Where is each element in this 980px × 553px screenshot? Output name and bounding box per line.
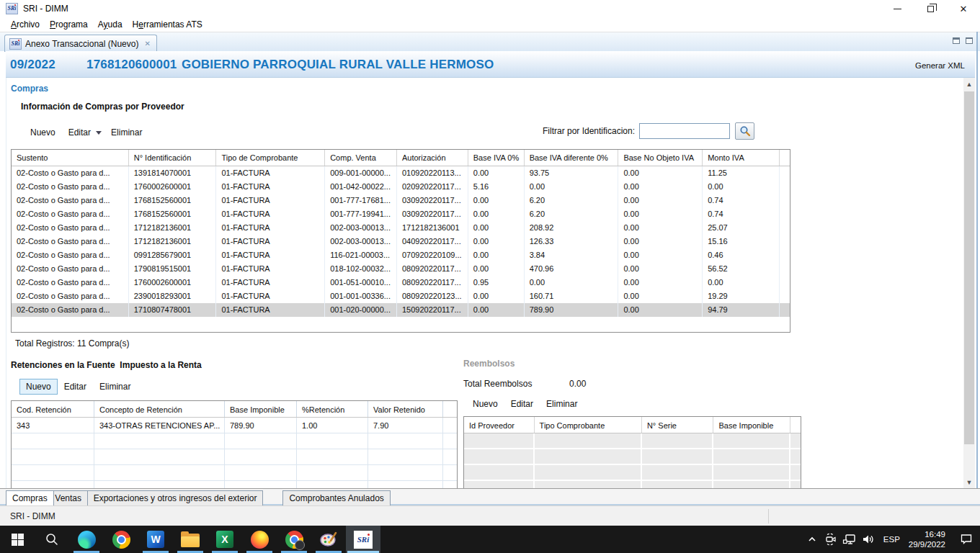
menu-archivo[interactable]: Archivo [6,18,45,31]
column-header[interactable]: Base Imponible [225,401,297,417]
table-row[interactable] [464,465,801,481]
minimize-button[interactable] [881,0,914,17]
minimize-view-icon[interactable] [953,37,960,44]
generar-xml-button[interactable]: Generar XML [915,61,965,70]
column-header[interactable]: Tipo Comprobante [535,417,642,433]
table-row[interactable]: 02-Costo o Gasto para d...17908195150010… [12,262,790,276]
retenciones-table-header: Cod. RetenciónConcepto de RetenciónBase … [12,401,457,418]
tray-chevron-up-icon[interactable] [803,526,821,553]
reembolsos-eliminar-button[interactable]: Eliminar [540,397,584,411]
taskbar-app-sri-dimm[interactable]: SRi [346,526,380,553]
restore-button[interactable] [914,0,947,17]
editar-dropdown-icon[interactable] [96,131,102,135]
column-header[interactable]: Cod. Retención [12,401,94,417]
table-row[interactable]: 02-Costo o Gasto para d...17600026000010… [12,276,790,289]
compras-eliminar-button[interactable]: Eliminar [104,125,148,140]
column-header[interactable]: Base Imponible [713,417,790,433]
meet-now-icon[interactable] [821,526,840,553]
bottom-tab-exportaciones[interactable]: Exportaciones y otros ingresos del exter… [87,490,264,505]
table-row[interactable]: 343343-OTRAS RETENCIONES AP...789.901.00… [12,418,457,433]
reembolsos-editar-button[interactable]: Editar [504,397,540,411]
taskbar-app-excel[interactable]: X [208,526,242,553]
column-header[interactable]: Base IVA diferente 0% [525,150,619,166]
column-header[interactable]: Tipo de Comprobante [216,150,325,166]
menu-ayuda[interactable]: Ayuda [93,18,128,31]
table-cell: 1712182136001 [129,221,217,235]
table-cell [464,433,535,449]
maximize-view-icon[interactable] [966,37,973,44]
bottom-tab-compras[interactable]: Compras [6,490,54,505]
window-title: SRI - DIMM [23,4,68,14]
column-header[interactable]: %Retención [297,401,368,417]
table-row[interactable] [12,465,457,481]
scroll-up-icon[interactable]: ▲ [963,78,975,90]
table-cell: 010920220113... [397,166,468,180]
start-button[interactable] [0,526,35,553]
close-button[interactable]: ✕ [947,0,980,17]
menu-programa[interactable]: Programa [45,18,93,31]
reembolsos-nuevo-button[interactable]: Nuevo [466,397,504,411]
table-row[interactable]: 02-Costo o Gasto para d...17121821360010… [12,221,790,235]
search-button[interactable] [735,122,754,140]
column-header[interactable]: Base IVA 0% [468,150,525,166]
scroll-down-icon[interactable]: ▼ [963,476,975,488]
column-filler [790,417,801,433]
column-header[interactable]: Comp. Venta [325,150,397,166]
content-scrollbar[interactable]: ▲ ▼ [963,78,975,488]
action-center-icon[interactable] [953,526,980,553]
tab-anexo-transaccional[interactable]: SRi Anexo Transaccional (Nuevo) ✕ [4,35,157,52]
paint-icon [319,531,338,548]
taskbar-app-paint[interactable] [311,526,346,553]
scrollbar-thumb[interactable] [964,91,974,444]
table-row[interactable]: 02-Costo o Gasto para d...17681525600010… [12,194,790,207]
table-row[interactable]: 02-Costo o Gasto para d...17681525600010… [12,207,790,221]
network-icon[interactable] [840,526,859,553]
taskbar-app-word[interactable]: W [138,526,173,553]
table-row[interactable]: 02-Costo o Gasto para d...13918140700010… [12,166,790,180]
table-row[interactable]: 02-Costo o Gasto para d...17600026000010… [12,180,790,194]
compras-nuevo-button[interactable]: Nuevo [24,125,62,140]
column-header[interactable]: N° Identificación [129,150,217,166]
table-row[interactable]: 02-Costo o Gasto para d...17108074780010… [12,303,790,317]
cell-filler [790,481,801,488]
taskbar-app-firefox[interactable] [242,526,277,553]
taskbar-search-button[interactable] [35,526,69,553]
tab-close-icon[interactable]: ✕ [144,40,150,48]
retenciones-editar-button[interactable]: Editar [58,379,93,394]
taskbar-app-edge[interactable] [69,526,104,553]
table-row[interactable] [464,449,801,465]
bottom-tab-ventas[interactable]: Ventas [48,490,88,505]
table-row[interactable] [464,481,801,488]
language-indicator[interactable]: ESP [878,535,906,544]
table-row[interactable]: 02-Costo o Gasto para d...17121821360010… [12,235,790,248]
table-row[interactable]: 02-Costo o Gasto para d...23900182930010… [12,289,790,303]
column-header[interactable]: Id Proveedor [464,417,535,433]
column-header[interactable]: Autorización [397,150,468,166]
table-row[interactable] [464,433,801,449]
taskbar-app-chrome-profile[interactable] [277,526,311,553]
compras-editar-button[interactable]: Editar [62,125,97,140]
column-header[interactable]: Base No Objeto IVA [618,150,703,166]
retenciones-nuevo-button[interactable]: Nuevo [19,379,58,395]
taskbar-app-chrome[interactable] [104,526,138,553]
reembolsos-table-header: Id ProveedorTipo ComprobanteN° SerieBase… [464,417,801,433]
clock[interactable]: 16:49 29/9/2022 [906,529,953,549]
bottom-tab-comprobantes[interactable]: Comprobantes Anulados [282,490,390,505]
column-header[interactable]: N° Serie [642,417,714,433]
menu-herramientas-ats[interactable]: Herramientas ATS [128,18,208,31]
table-row[interactable]: 02-Costo o Gasto para d...09912856790010… [12,248,790,262]
column-header[interactable]: Valor Retenido [368,401,443,417]
volume-icon[interactable] [859,526,878,553]
column-header[interactable]: Concepto de Retención [94,401,225,417]
retenciones-eliminar-button[interactable]: Eliminar [93,379,137,394]
table-row[interactable] [12,433,457,449]
taskbar-app-file-explorer[interactable] [173,526,208,553]
filter-input[interactable] [639,123,730,139]
sri-tab-icon: SRi [9,38,22,50]
column-header[interactable]: Monto IVA [703,150,780,166]
cell-filler [443,481,457,488]
column-header[interactable]: Sustento [12,150,129,166]
table-cell: 0.00 [525,180,619,194]
table-row[interactable] [12,449,457,465]
table-row[interactable] [12,481,457,488]
